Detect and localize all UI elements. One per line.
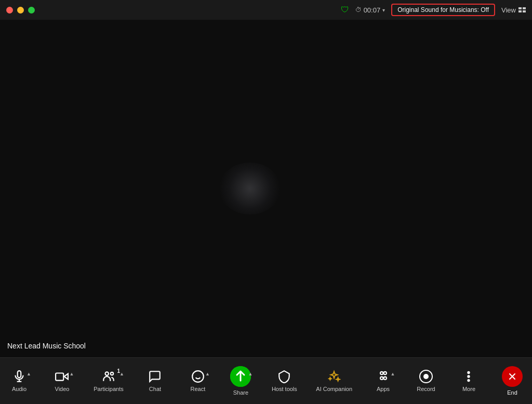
end-label: End [507,389,517,396]
timer-area: ⏱ 00:07 ▾ [355,6,385,14]
react-button[interactable]: React ▲ [183,363,213,399]
apps-label: Apps [377,386,390,392]
end-circle-icon [502,366,523,387]
svg-point-13 [468,372,470,373]
svg-point-5 [111,372,113,375]
participants-icon [102,370,115,383]
ai-companion-icon [327,370,341,383]
share-chevron: ▲ [248,371,253,376]
participants-chevron: ▲ [119,371,124,376]
grid-icon [518,7,526,12]
share-icon [230,366,251,387]
svg-point-4 [105,372,109,375]
maximize-button[interactable] [28,7,35,14]
chat-button[interactable]: Chat [140,363,170,399]
title-bar: 🛡 ⏱ 00:07 ▾ Original Sound for Musicians… [0,0,532,20]
svg-rect-3 [56,373,64,381]
svg-point-11 [380,377,383,380]
shield-host-icon [277,370,291,383]
toolbar-wrapper: Audio ▲ Video ▲ [0,357,532,404]
more-icon [462,370,475,383]
microphone-icon [12,370,26,383]
timer-chevron: ▾ [382,7,385,13]
audio-chevron: ▲ [26,371,31,376]
react-chevron: ▲ [205,371,210,376]
meeting-title: Next Lead Music School [7,342,86,350]
traffic-lights [6,7,35,14]
minimize-button[interactable] [17,7,24,14]
toolbar: Audio ▲ Video ▲ [0,357,532,404]
apps-chevron: ▲ [391,371,395,376]
record-label: Record [417,386,435,392]
chat-label: Chat [149,386,161,392]
record-button[interactable]: Record [411,363,441,399]
more-button[interactable]: More [454,363,484,399]
camera-glow [219,163,281,214]
close-button[interactable] [6,7,13,14]
react-label: React [191,386,206,392]
participants-label: Participants [94,386,123,392]
clock-icon: ⏱ [355,6,362,14]
camera-icon [55,370,69,383]
apps-icon [377,370,390,383]
share-button[interactable]: Share ▲ [225,363,256,399]
end-button[interactable]: End [497,362,528,400]
audio-button[interactable]: Audio ▲ [4,363,34,399]
chat-icon [148,370,162,383]
apps-button[interactable]: Apps ▲ [368,363,398,399]
react-icon [191,370,205,383]
svg-point-6 [192,371,204,382]
more-label: More [462,386,475,392]
video-button[interactable]: Video ▲ [47,363,77,399]
share-label: Share [233,389,248,396]
timer-display: 00:07 [364,6,381,14]
svg-point-15 [468,380,470,381]
ai-companion-label: AI Companion [316,386,352,392]
record-icon [419,370,433,383]
svg-point-14 [468,375,470,377]
host-tools-label: Host tools [272,386,297,392]
view-button[interactable]: View [501,6,526,14]
svg-point-10 [383,372,386,374]
svg-point-9 [380,372,383,374]
audio-label: Audio [12,386,26,392]
svg-rect-0 [18,371,21,378]
video-chevron: ▲ [70,371,74,376]
ai-companion-button[interactable]: AI Companion [313,363,355,399]
svg-point-12 [383,377,386,380]
video-area: Next Lead Music School [0,20,532,357]
original-sound-button[interactable]: Original Sound for Musicians: Off [391,4,495,16]
video-label: Video [55,386,70,392]
shield-icon: 🛡 [341,5,349,15]
title-bar-right: 🛡 ⏱ 00:07 ▾ Original Sound for Musicians… [341,4,526,16]
participants-button[interactable]: Participants 1 ▲ [90,363,127,399]
host-tools-button[interactable]: Host tools [269,363,300,399]
